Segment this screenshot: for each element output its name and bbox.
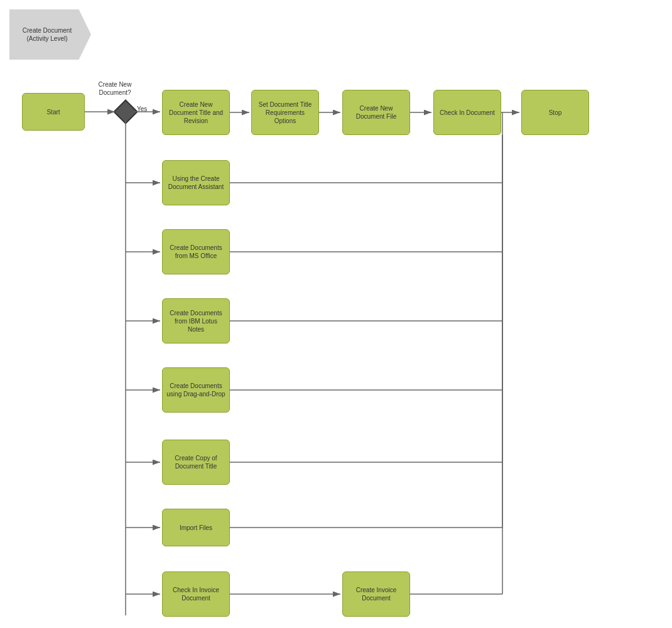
decision-label: Create New Document? xyxy=(93,80,137,97)
create-new-title-box: Create New Document Title and Revision xyxy=(162,90,230,135)
header-shape: Create Document (Activity Level) xyxy=(9,9,91,60)
set-document-box: Set Document Title Requirements Options xyxy=(251,90,319,135)
create-copy-box: Create Copy of Document Title xyxy=(162,440,230,485)
stop-box: Stop xyxy=(521,90,589,135)
decision-diamond xyxy=(113,99,138,124)
header-title: Create Document (Activity Level) xyxy=(16,26,79,43)
check-in-box: Check In Document xyxy=(433,90,501,135)
create-new-file-box: Create New Document File xyxy=(342,90,410,135)
create-ms-office-box: Create Documents from MS Office xyxy=(162,229,230,274)
start-box: Start xyxy=(22,93,85,131)
yes-label: Yes xyxy=(137,106,147,112)
create-drag-box: Create Documents using Drag-and-Drop xyxy=(162,367,230,413)
using-assistant-box: Using the Create Document Assistant xyxy=(162,160,230,205)
create-invoice-box: Create Invoice Document xyxy=(342,571,410,617)
import-files-box: Import Files xyxy=(162,509,230,546)
check-invoice-box: Check In Invoice Document xyxy=(162,571,230,617)
create-lotus-box: Create Documents from IBM Lotus Notes xyxy=(162,298,230,344)
